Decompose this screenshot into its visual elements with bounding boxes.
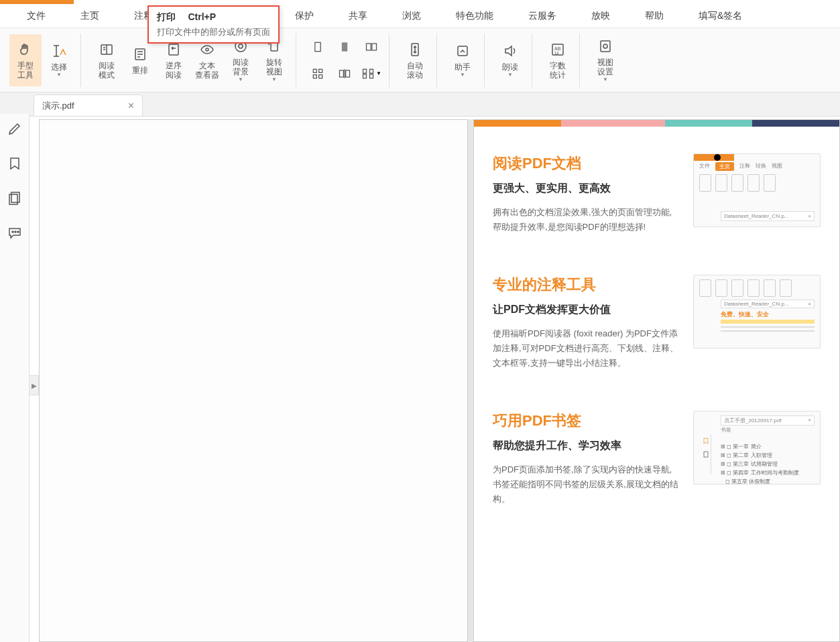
svg-rect-15 [367, 44, 371, 50]
svg-rect-33 [601, 41, 610, 52]
layout-single-button[interactable] [306, 35, 330, 59]
svg-text:AB: AB [554, 46, 561, 51]
sidebar-expand-button[interactable]: ▶ [29, 375, 39, 395]
svg-rect-26 [363, 74, 367, 78]
select-icon [50, 42, 68, 60]
svg-point-34 [603, 44, 607, 48]
svg-point-39 [17, 231, 19, 233]
read-mode-button[interactable]: 阅读模式 [91, 34, 123, 86]
menu-home[interactable]: 主页 [74, 5, 106, 27]
menu-view[interactable]: 浏览 [396, 5, 428, 27]
comment-icon[interactable] [7, 225, 23, 241]
menu-help[interactable]: 帮助 [638, 5, 670, 27]
scroll-icon [406, 41, 424, 58]
word-count-button[interactable]: AB12 字数统计 [542, 34, 574, 86]
svg-text:12: 12 [554, 51, 559, 55]
layout-more-button[interactable]: ▼ [359, 62, 383, 86]
document-tab[interactable]: 演示.pdf × [34, 94, 143, 116]
feature-desc: 拥有出色的文档渲染效果,强大的页面管理功能,帮助提升效率,是您阅读PDF的理想选… [493, 205, 680, 235]
pages-icon[interactable] [7, 190, 23, 206]
speaker-icon [501, 42, 519, 60]
menu-protect[interactable]: 保护 [288, 5, 320, 27]
feature-thumbnail: Datasheet_Reader_CN.p...× 免费、快速、安全 [693, 275, 821, 348]
feature-subtitle: 更强大、更实用、更高效 [493, 182, 680, 196]
tab-name: 演示.pdf [42, 100, 74, 112]
menu-fill-sign[interactable]: 填写&签名 [692, 5, 749, 27]
menu-slideshow[interactable]: 放映 [585, 5, 617, 27]
reflow-icon [131, 46, 149, 63]
autoscroll-button[interactable]: 自动滚动 [399, 34, 431, 86]
menu-features[interactable]: 特色功能 [449, 5, 500, 27]
menu-cloud[interactable]: 云服务 [522, 5, 563, 27]
book-icon [98, 41, 115, 58]
menu-bar: 文件 主页 注释 隐藏 隐藏 保护 共享 浏览 特色功能 云服务 放映 帮助 填… [0, 4, 840, 28]
tooltip-desc: 打印文件中的部分或所有页面 [157, 26, 270, 38]
hand-icon [17, 41, 34, 58]
svg-rect-13 [315, 42, 320, 51]
svg-rect-40 [704, 452, 708, 457]
helper-icon [454, 42, 471, 60]
svg-rect-27 [370, 74, 373, 78]
left-sidebar [0, 114, 29, 642]
feature-subtitle: 帮助您提升工作、学习效率 [493, 439, 680, 453]
settings-icon [597, 38, 614, 55]
svg-rect-17 [313, 69, 316, 72]
feature-block: 专业的注释工具 让PDF文档发挥更大价值 使用福昕PDF阅读器 (foxit r… [493, 275, 821, 371]
tooltip-shortcut: Ctrl+P [188, 11, 216, 22]
tab-close-button[interactable]: × [128, 100, 134, 112]
feature-desc: 为PDF页面添加书签,除了实现内容的快速导航,书签还能指明不同书签的层级关系,展… [493, 462, 680, 507]
svg-point-9 [206, 48, 208, 51]
content-area: 阅读PDF文档 更强大、更实用、更高效 拥有出色的文档渲染效果,强大的页面管理功… [39, 119, 840, 642]
view-settings-button[interactable]: 视图设置 ▼ [589, 34, 621, 86]
feature-title: 专业的注释工具 [493, 275, 680, 295]
svg-point-11 [239, 44, 243, 48]
feature-thumbnail: 文件 主页 注释 转换 视图 Datasheet_Reader_CN.p...× [693, 153, 821, 227]
svg-rect-22 [346, 70, 350, 77]
tooltip-title: 打印 [157, 11, 176, 22]
layout-facing-button[interactable] [359, 35, 383, 59]
layout-split-button[interactable] [333, 62, 357, 86]
svg-rect-20 [319, 74, 322, 78]
feature-subtitle: 让PDF文档发挥更大价值 [493, 303, 680, 317]
svg-rect-25 [370, 69, 373, 73]
svg-rect-12 [271, 43, 278, 51]
svg-rect-24 [363, 69, 367, 73]
helper-button[interactable]: 助手 ▼ [446, 34, 479, 86]
svg-rect-18 [319, 69, 322, 72]
ribbon: 手型工具 选择 ▼ 阅读模式 重排 逆序阅读 文本查看器 阅读背景 ▼ [0, 28, 840, 92]
feature-thumbnail: 员工手册_20120917.pdf× 书签 ⊞ ◻ 第一章 简介 ⊞ ◻ 第二章… [693, 411, 821, 485]
tab-bar: 演示.pdf × [0, 92, 840, 117]
svg-rect-8 [169, 44, 178, 55]
pencil-icon[interactable] [7, 121, 23, 137]
layout-grid-button[interactable] [306, 62, 330, 86]
select-button[interactable]: 选择 ▼ [43, 34, 75, 86]
menu-file[interactable]: 文件 [20, 5, 52, 27]
menu-share[interactable]: 共享 [342, 5, 374, 27]
read-aloud-button[interactable]: 朗读 ▼ [494, 34, 526, 86]
print-tooltip: 打印 Ctrl+P 打印文件中的部分或所有页面 [147, 5, 280, 44]
document-page: 阅读PDF文档 更强大、更实用、更高效 拥有出色的文档渲染效果,强大的页面管理功… [473, 119, 840, 642]
feature-desc: 使用福昕PDF阅读器 (foxit reader) 为PDF文件添加注释,可对P… [493, 326, 680, 371]
feature-block: 阅读PDF文档 更强大、更实用、更高效 拥有出色的文档渲染效果,强大的页面管理功… [493, 153, 821, 235]
blank-page [39, 119, 468, 642]
svg-point-37 [12, 231, 13, 233]
svg-rect-14 [342, 42, 347, 51]
svg-rect-21 [340, 70, 344, 77]
svg-point-38 [15, 231, 16, 233]
svg-rect-16 [372, 44, 377, 50]
layout-continuous-button[interactable] [333, 35, 357, 59]
feature-title: 巧用PDF书签 [493, 411, 680, 431]
wordcount-icon: AB12 [549, 41, 566, 58]
hand-tool-button[interactable]: 手型工具 [9, 34, 42, 86]
feature-block: 巧用PDF书签 帮助您提升工作、学习效率 为PDF页面添加书签,除了实现内容的快… [493, 411, 821, 507]
bookmark-icon[interactable] [7, 155, 23, 172]
svg-rect-19 [313, 74, 316, 78]
feature-title: 阅读PDF文档 [493, 153, 680, 174]
